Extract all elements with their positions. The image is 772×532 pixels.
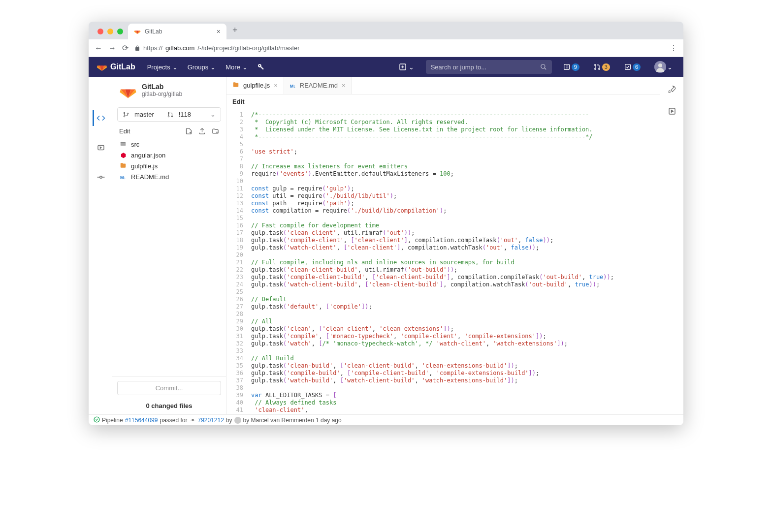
svg-point-15 [168, 116, 169, 117]
user-avatar [654, 61, 666, 73]
svg-point-4 [594, 68, 596, 70]
status-author: by Marcel van Remmerden 1 day ago [243, 417, 342, 424]
nav-projects[interactable]: Projects ⌄ [143, 57, 182, 77]
changed-files-label: 0 changed files [112, 399, 226, 414]
js-icon [232, 81, 239, 90]
project-avatar-icon [119, 83, 137, 100]
tree-item-angular-json[interactable]: ⬢angular.json [116, 150, 222, 160]
svg-point-8 [658, 63, 662, 67]
gitlab-logo[interactable]: GitLab [96, 62, 135, 72]
back-button[interactable]: ← [95, 44, 102, 53]
activity-bar [89, 77, 112, 414]
right-pipelines-button[interactable] [668, 85, 676, 95]
code-content[interactable]: /*--------------------------------------… [247, 109, 660, 414]
todos-badge: 6 [633, 63, 641, 71]
reload-button[interactable]: ⟳ [122, 43, 129, 53]
chevron-down-icon: ⌄ [172, 63, 178, 71]
md-icon: M↓ [290, 84, 296, 89]
play-square-icon [668, 107, 676, 116]
svg-point-11 [124, 112, 125, 113]
pipeline-status-icon [94, 416, 100, 424]
review-icon [96, 143, 105, 152]
nav-plus-dropdown[interactable]: ⌄ [395, 63, 418, 71]
todos-icon [624, 63, 632, 71]
folder-icon [119, 140, 127, 149]
project-path: gitlab-org/gitlab [142, 91, 182, 97]
rocket-icon [668, 85, 676, 94]
chevron-down-icon: ⌄ [210, 111, 216, 118]
activity-commit[interactable] [93, 169, 108, 185]
activity-review[interactable] [93, 140, 108, 156]
commit-button[interactable]: Commit... [117, 381, 221, 395]
nav-wrench[interactable] [254, 57, 268, 77]
nav-todos[interactable]: 6 [621, 63, 643, 71]
nav-user-menu[interactable]: ⌄ [651, 61, 676, 73]
tab-close-icon[interactable]: × [274, 82, 278, 89]
file-tab-label: README.md [300, 82, 338, 89]
svg-rect-2 [564, 64, 569, 70]
url-path: /-/ide/project/gitlab-org/gitlab/master [197, 44, 299, 52]
activity-edit[interactable] [93, 110, 108, 126]
wrench-icon [257, 63, 264, 70]
sidebar-edit-label: Edit [119, 127, 130, 135]
maximize-window-button[interactable] [117, 29, 123, 34]
chevron-down-icon: ⌄ [409, 63, 414, 71]
commit-icon [190, 417, 196, 423]
file-tab-README-md[interactable]: M↓README.md× [284, 77, 352, 94]
browser-tab[interactable]: GitLab × [128, 24, 226, 39]
svg-point-3 [594, 64, 596, 66]
nav-groups[interactable]: Groups ⌄ [184, 57, 220, 77]
tree-item-label: README.md [131, 173, 169, 181]
close-window-button[interactable] [97, 29, 103, 34]
tree-item-gulpfile-js[interactable]: gulpfile.js [116, 160, 222, 172]
editor-main: gulpfile.js×M↓README.md× Edit 1234567891… [226, 77, 660, 414]
js-icon [119, 162, 127, 170]
line-gutter: 1234567891011121314151617181920212223242… [226, 109, 247, 414]
browser-menu-button[interactable]: ⋮ [670, 43, 677, 53]
status-commit-link[interactable]: 79201212 [198, 417, 224, 424]
tab-close-icon[interactable]: × [342, 82, 346, 89]
brand-text: GitLab [110, 63, 135, 71]
forward-button[interactable]: → [108, 44, 116, 53]
status-pipeline-link[interactable]: #115644099 [125, 417, 158, 424]
file-sidebar: GitLab gitlab-org/gitlab master !118 ⌄ E… [112, 77, 226, 414]
svg-point-1 [541, 64, 545, 68]
new-folder-icon[interactable] [212, 127, 219, 135]
address-bar[interactable]: https://gitlab.com/-/ide/project/gitlab-… [134, 44, 664, 52]
file-tab-gulpfile-js[interactable]: gulpfile.js× [226, 77, 284, 94]
branch-name: master [134, 111, 154, 118]
merge-request-icon [593, 63, 601, 71]
code-editor[interactable]: 1234567891011121314151617181920212223242… [226, 109, 660, 414]
svg-rect-6 [625, 64, 631, 70]
nav-search[interactable]: Search or jump to... [426, 60, 552, 74]
nav-merge-requests[interactable]: 3 [590, 63, 613, 71]
tree-item-README-md[interactable]: M↓README.md [116, 172, 222, 182]
browser-tab-strip: GitLab × + [89, 22, 683, 39]
tanuki-icon [96, 62, 107, 72]
tree-item-label: src [131, 141, 139, 148]
file-tab-bar: gulpfile.js×M↓README.md× [226, 77, 660, 94]
mr-badge: 3 [602, 63, 610, 71]
right-terminal-button[interactable] [668, 107, 676, 117]
nav-issues[interactable]: 9 [560, 63, 582, 71]
minimize-window-button[interactable] [107, 29, 113, 34]
svg-point-12 [124, 116, 125, 117]
browser-toolbar: ← → ⟳ https://gitlab.com/-/ide/project/g… [89, 39, 683, 57]
md-icon: M↓ [290, 82, 296, 89]
gitlab-favicon-icon [134, 28, 141, 35]
nav-more[interactable]: More ⌄ [222, 57, 252, 77]
svg-point-13 [127, 113, 128, 114]
tab-close-icon[interactable]: × [217, 28, 221, 35]
new-tab-button[interactable]: + [226, 22, 244, 39]
search-icon [540, 63, 547, 70]
issues-icon [563, 63, 571, 71]
project-name: GitLab [142, 83, 182, 91]
tree-item-label: angular.json [131, 152, 165, 159]
merge-request-icon [167, 111, 174, 118]
upload-icon[interactable] [198, 127, 206, 135]
branch-selector[interactable]: master !118 ⌄ [117, 107, 221, 122]
status-bar: Pipeline #115644099 passed for 79201212 … [89, 414, 683, 425]
new-file-icon[interactable] [185, 127, 193, 135]
search-placeholder: Search or jump to... [431, 63, 486, 71]
tree-item-src[interactable]: src [116, 139, 222, 150]
